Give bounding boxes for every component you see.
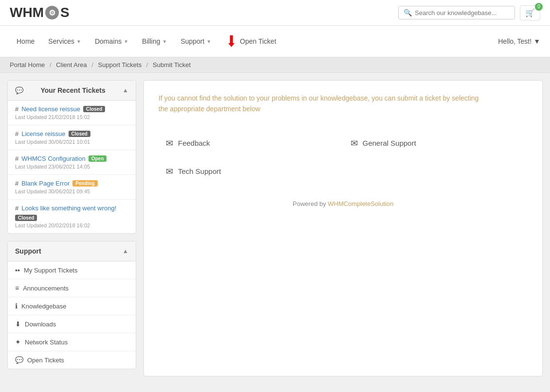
breadcrumb-client-area[interactable]: Client Area <box>56 61 87 68</box>
whm-complete-solution-link[interactable]: WHMCompleteSolution <box>328 200 393 207</box>
recent-tickets-icon: 💬 <box>15 86 23 94</box>
nav-left: Home Services ▼ Domains ▼ Billing ▼ Supp… <box>10 26 283 57</box>
sidebar-item-network-status[interactable]: ✦ Network Status <box>8 333 136 351</box>
user-greeting[interactable]: Hello, Test! ▼ <box>498 37 540 45</box>
envelope-icon: ✉ <box>166 138 173 149</box>
sidebar-item-my-support-tickets[interactable]: ▪▪ My Support Tickets <box>8 261 136 279</box>
nav-open-ticket[interactable]: ⬇ Open Ticket <box>218 26 283 57</box>
status-badge: Closed <box>69 131 90 137</box>
announcements-icon: ≡ <box>15 284 19 292</box>
recent-tickets-title: Your Recent Tickets <box>40 86 105 94</box>
sidebar-item-downloads[interactable]: ⬇ Downloads <box>8 315 136 333</box>
ticket-date: Last Updated 21/02/2018 15:02 <box>15 114 128 120</box>
breadcrumb-sep: / <box>91 61 93 68</box>
nav-services[interactable]: Services ▼ <box>41 30 88 53</box>
status-badge: Pending <box>72 180 97 187</box>
breadcrumb-support-tickets[interactable]: Support Tickets <box>98 61 142 68</box>
envelope-icon: ✉ <box>351 138 358 149</box>
chevron-down-icon: ▼ <box>162 39 167 44</box>
nav-support[interactable]: Support ▼ <box>174 30 218 53</box>
dept-feedback[interactable]: ✉ Feedback <box>159 134 343 153</box>
breadcrumb-sep: / <box>50 61 52 68</box>
logo: WHM⚙S <box>10 5 70 20</box>
support-section-header: Support ▲ <box>8 241 136 261</box>
download-icon: ⬇ <box>15 320 21 328</box>
sidebar-item-open-tickets[interactable]: 💬 Open Tickets <box>8 351 136 369</box>
ticket-date: Last Updated 30/06/2021 10:01 <box>15 139 128 145</box>
nav-billing[interactable]: Billing ▼ <box>135 30 174 53</box>
main-nav: Home Services ▼ Domains ▼ Billing ▼ Supp… <box>0 26 550 57</box>
ticket-title: # Blank Page Error Pending <box>15 180 128 187</box>
nav-home[interactable]: Home <box>10 30 41 53</box>
sidebar-item-knowledgebase[interactable]: ℹ Knowledgebase <box>8 297 136 315</box>
status-badge: Closed <box>83 106 105 112</box>
search-box[interactable]: 🔍 <box>398 6 515 19</box>
logo-text-wh: WHM <box>10 5 44 20</box>
breadcrumb-portal-home[interactable]: Portal Home <box>10 61 45 68</box>
content-wrapper: 💬 Your Recent Tickets ▲ # Need license r… <box>0 73 550 384</box>
ticket-item[interactable]: # License reissue Closed Last Updated 30… <box>8 125 136 150</box>
top-right: 🔍 🛒 0 <box>398 5 540 20</box>
intro-text: If you cannot find the solution to your … <box>159 93 528 115</box>
ticket-title: # Looks like something went wrong! Close… <box>15 205 128 221</box>
ticket-item[interactable]: # Need license reissue Closed Last Updat… <box>8 101 136 125</box>
search-input[interactable] <box>415 9 510 17</box>
main-content: If you cannot find the solution to your … <box>143 80 543 376</box>
support-title: Support <box>15 247 41 255</box>
cart-button[interactable]: 🛒 0 <box>520 5 540 20</box>
ticket-title: # WHMCS Configuration Open <box>15 155 128 162</box>
breadcrumb-current: Submit Ticket <box>153 61 191 68</box>
cart-badge: 0 <box>535 3 543 11</box>
chevron-down-icon: ▼ <box>124 39 128 44</box>
tickets-icon: ▪▪ <box>15 266 20 274</box>
collapse-icon[interactable]: ▲ <box>123 87 128 94</box>
gear-icon: ⚙ <box>45 6 59 19</box>
chat-icon: 💬 <box>15 356 23 364</box>
dept-general-support[interactable]: ✉ General Support <box>343 134 528 153</box>
breadcrumb: Portal Home / Client Area / Support Tick… <box>0 57 550 73</box>
departments-list: ✉ Feedback ✉ General Support ✉ Tech Supp… <box>159 129 528 186</box>
sidebar-item-announcements[interactable]: ≡ Announcements <box>8 279 136 297</box>
info-icon: ℹ <box>15 302 18 310</box>
collapse-icon[interactable]: ▲ <box>123 248 128 255</box>
network-icon: ✦ <box>15 338 21 346</box>
ticket-title: # License reissue Closed <box>15 130 128 137</box>
ticket-date: Last Updated 20/02/2018 16:02 <box>15 222 128 228</box>
powered-by: Powered by WHMCompleteSolution <box>159 200 528 207</box>
status-badge: Closed <box>15 215 37 221</box>
ticket-title: # Need license reissue Closed <box>15 105 128 113</box>
chevron-down-icon: ▼ <box>206 39 211 44</box>
status-badge: Open <box>89 155 107 162</box>
support-section: Support ▲ ▪▪ My Support Tickets ≡ Announ… <box>7 241 136 369</box>
dept-tech-support[interactable]: ✉ Tech Support <box>159 162 343 181</box>
ticket-item[interactable]: # Blank Page Error Pending Last Updated … <box>8 175 136 200</box>
ticket-item[interactable]: # Looks like something went wrong! Close… <box>8 200 136 233</box>
search-icon: 🔍 <box>404 9 412 17</box>
breadcrumb-sep: / <box>146 61 148 68</box>
envelope-icon: ✉ <box>166 166 173 177</box>
chevron-down-icon: ▼ <box>76 39 81 44</box>
greeting-text: Hello, Test! <box>498 37 532 45</box>
logo-text-cs: S <box>60 5 70 20</box>
red-arrow-icon: ⬇ <box>226 34 237 49</box>
top-bar: WHM⚙S 🔍 🛒 0 <box>0 0 550 26</box>
sidebar: 💬 Your Recent Tickets ▲ # Need license r… <box>7 80 136 376</box>
chevron-down-icon: ▼ <box>533 37 540 45</box>
recent-tickets-header: 💬 Your Recent Tickets ▲ <box>8 81 136 101</box>
recent-tickets-section: 💬 Your Recent Tickets ▲ # Need license r… <box>7 80 136 234</box>
ticket-date: Last Updated 23/06/2021 14:05 <box>15 164 128 170</box>
ticket-item[interactable]: # WHMCS Configuration Open Last Updated … <box>8 150 136 175</box>
ticket-date: Last Updated 30/06/2021 09:45 <box>15 188 128 194</box>
nav-domains[interactable]: Domains ▼ <box>88 30 135 53</box>
